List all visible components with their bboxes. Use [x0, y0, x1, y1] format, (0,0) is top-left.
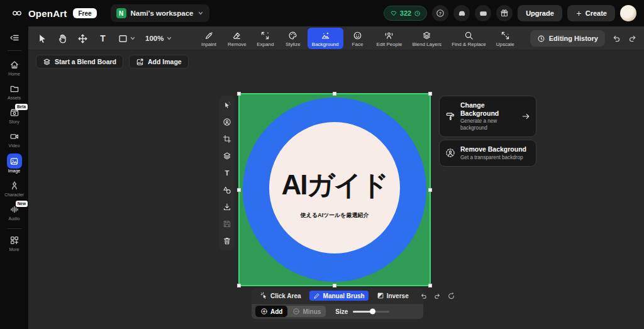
upgrade-button[interactable]: Upgrade	[518, 5, 562, 21]
chevron-down-icon	[166, 35, 172, 42]
rewards-button[interactable]	[496, 5, 513, 21]
character-icon	[9, 181, 19, 191]
infinity-logo-icon	[10, 8, 24, 18]
collapse-sidebar-button[interactable]	[9, 33, 19, 43]
move-icon	[77, 33, 88, 44]
select-tool-button[interactable]	[37, 33, 48, 44]
download-button[interactable]	[223, 203, 231, 211]
start-blend-board-button[interactable]: Start a Blend Board	[36, 55, 123, 69]
mode-label: Manual Brush	[323, 293, 365, 299]
brush-icon	[313, 292, 321, 299]
feature-expand[interactable]: Expand	[252, 28, 279, 49]
youtube-button[interactable]	[475, 5, 491, 21]
text-icon: T	[97, 33, 108, 44]
user-avatar[interactable]	[620, 5, 636, 21]
shapes-button[interactable]	[223, 186, 231, 194]
sidebar-item-assets[interactable]: Assets	[0, 80, 28, 104]
feature-label: Expand	[257, 42, 274, 47]
discord-button[interactable]	[453, 5, 470, 21]
click-area-mode-button[interactable]: Click Area	[257, 291, 305, 301]
pan-tool-button[interactable]	[57, 33, 68, 44]
select-face-button[interactable]	[223, 118, 231, 126]
left-sidebar: Home Assets Beta Story Video Image Chara…	[0, 26, 28, 329]
shapes-icon	[223, 186, 231, 194]
save-button[interactable]	[223, 220, 231, 228]
feature-label: Edit People	[377, 42, 402, 47]
change-background-option[interactable]: Change Background Generate a new backgro…	[439, 96, 536, 137]
crop-button[interactable]	[223, 135, 231, 143]
workspace-selector[interactable]: N Nami's workspace	[111, 4, 210, 22]
credits-badge[interactable]: 322	[384, 6, 427, 21]
brush-reset-button[interactable]	[447, 292, 455, 300]
sidebar-item-character[interactable]: Character	[0, 177, 28, 201]
delete-button[interactable]	[223, 237, 231, 245]
text-icon: T	[223, 169, 231, 177]
feature-find-replace[interactable]: Find & Replace	[447, 28, 491, 49]
sidebar-item-home[interactable]: Home	[0, 56, 28, 80]
magnifier-icon	[464, 31, 474, 40]
feature-remove[interactable]: Remove	[223, 28, 251, 49]
selection-handle[interactable]	[428, 188, 432, 192]
feature-edit-people[interactable]: Edit People	[372, 28, 407, 49]
selected-image[interactable]: AIガイド 使えるAIツールを厳選紹介 500 x 500	[240, 94, 430, 285]
mode-label: Inverse	[387, 293, 409, 299]
add-text-button[interactable]: T	[223, 169, 231, 177]
selection-handle[interactable]	[428, 92, 432, 96]
text-tool-button[interactable]: T	[97, 33, 108, 44]
sidebar-item-label: Home	[8, 72, 20, 76]
brush-mode-toolbar: Click Area Manual Brush Inverse	[252, 288, 423, 303]
svg-text:?: ?	[439, 11, 441, 16]
expand-icon	[260, 31, 270, 40]
selection-handle[interactable]	[333, 284, 336, 287]
layers-icon	[223, 152, 231, 160]
gift-icon	[500, 9, 509, 18]
shape-tool-button[interactable]	[118, 33, 136, 44]
add-image-button[interactable]: Add Image	[129, 55, 189, 69]
brush-minus-button[interactable]: Minus	[287, 306, 326, 317]
brush-undo-button[interactable]	[419, 292, 428, 300]
sidebar-item-label: Story	[9, 120, 19, 124]
feature-stylize[interactable]: Stylize	[280, 28, 306, 49]
size-label: Size	[335, 308, 348, 315]
zoom-level-control[interactable]: 100%	[145, 35, 172, 42]
selection-handle[interactable]	[237, 92, 241, 96]
feature-label: Background	[312, 42, 339, 47]
brush-redo-button[interactable]	[433, 292, 441, 300]
feature-background[interactable]: Background	[308, 28, 343, 49]
redo-button[interactable]	[628, 33, 638, 43]
gem-icon	[390, 9, 397, 17]
openart-logo[interactable]: OpenArt	[10, 8, 67, 19]
selection-handle[interactable]	[237, 284, 241, 287]
brush-add-button[interactable]: Add	[255, 306, 287, 317]
sidebar-item-more[interactable]: More	[0, 231, 28, 255]
undo-button[interactable]	[611, 33, 621, 43]
feature-inpaint[interactable]: Inpaint	[196, 28, 222, 49]
remove-background-option[interactable]: Remove Background Get a transparent back…	[439, 140, 536, 166]
selection-handle[interactable]	[333, 92, 336, 96]
editing-history-label: Editing History	[549, 35, 598, 42]
manual-brush-mode-button[interactable]: Manual Brush	[309, 291, 369, 301]
chevron-down-icon	[130, 35, 136, 42]
sidebar-item-video[interactable]: Video	[0, 128, 28, 152]
sidebar-item-story[interactable]: Beta Story	[0, 104, 28, 128]
create-button[interactable]: Create	[567, 5, 615, 21]
editing-history-button[interactable]: Editing History	[530, 30, 605, 47]
feature-upscale[interactable]: Upscale	[492, 28, 519, 49]
brush-history-buttons	[419, 292, 455, 300]
selection-handle[interactable]	[428, 284, 432, 287]
selection-handle[interactable]	[237, 188, 241, 192]
help-button[interactable]: ?	[432, 5, 448, 21]
canvas-actions: Start a Blend Board Add Image	[36, 55, 189, 69]
layers-button[interactable]	[223, 152, 231, 160]
arrow-right-icon	[521, 112, 530, 121]
feature-blend-layers[interactable]: Blend Layers	[408, 28, 446, 49]
sidebar-item-image[interactable]: Image	[0, 152, 28, 177]
inverse-mode-button[interactable]: Inverse	[373, 291, 413, 301]
feature-label: Face	[352, 42, 364, 47]
sidebar-item-audio[interactable]: New Audio	[0, 201, 28, 225]
sidebar-divider	[8, 50, 21, 51]
brush-size-slider[interactable]	[353, 311, 389, 313]
magic-select-button[interactable]	[223, 101, 231, 109]
move-tool-button[interactable]	[77, 33, 88, 44]
feature-face[interactable]: Face	[345, 28, 371, 49]
